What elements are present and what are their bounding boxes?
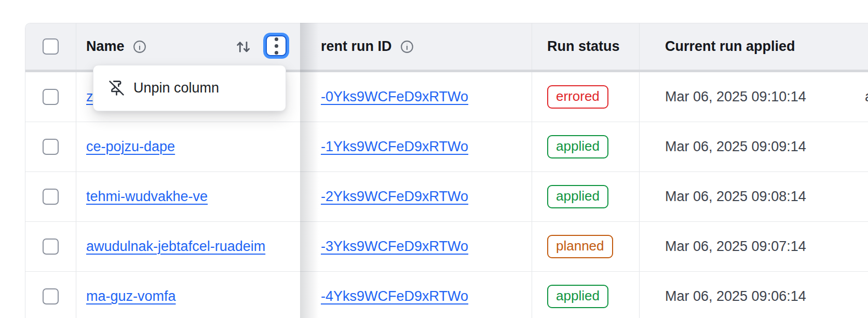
workspace-name-link[interactable]: ce-pojzu-dape — [86, 139, 175, 155]
header-select-all-cell — [25, 23, 76, 70]
status-badge: applied — [547, 135, 608, 158]
header-current-run-applied-cell: Current run applied — [639, 23, 868, 70]
column-options-menu: Unpin column — [93, 65, 286, 111]
unpin-column-menu-item[interactable]: Unpin column — [133, 80, 219, 96]
info-icon[interactable] — [132, 39, 147, 54]
select-all-checkbox[interactable] — [43, 38, 59, 55]
sort-column-button[interactable] — [234, 37, 253, 57]
table-row: ce-pojzu-dape -1Yks9WCFeD9xRTWo applied … — [25, 122, 868, 172]
applied-timestamp: Mar 06, 2025 09:07:14 — [665, 239, 806, 255]
run-status-column-label: Run status — [547, 38, 620, 55]
header-name-cell: Name — [76, 23, 301, 70]
table-row: tehmi-wudvakhe-ve -2Yks9WCFeD9xRTWo appl… — [25, 172, 868, 222]
table-header-row: Name — [25, 23, 868, 70]
workspace-name-link[interactable]: ma-guz-vomfa — [86, 288, 176, 304]
workspace-name-link[interactable]: z — [86, 89, 93, 105]
applied-timestamp: Mar 06, 2025 09:08:14 — [665, 189, 806, 205]
name-column-label: Name — [86, 38, 125, 55]
applied-timestamp: Mar 06, 2025 09:09:14 — [665, 139, 806, 155]
row-checkbox[interactable] — [43, 239, 59, 255]
workspace-name-link[interactable]: awudulnak-jebtafcel-ruadeim — [86, 239, 265, 255]
run-id-link[interactable]: -4Yks9WCFeD9xRTWo — [321, 288, 468, 304]
arrow-up-down-icon — [235, 38, 252, 55]
header-run-status-cell: Run status — [532, 23, 639, 70]
current-run-applied-column-label: Current run applied — [665, 38, 795, 55]
applied-timestamp: Mar 06, 2025 09:10:14 — [665, 89, 806, 105]
table-row: awudulnak-jebtafcel-ruadeim -3Yks9WCFeD9… — [25, 222, 868, 272]
column-options-button[interactable] — [266, 35, 287, 56]
kebab-vertical-icon — [275, 37, 278, 41]
status-badge: applied — [547, 285, 608, 308]
applied-timestamp-clipped-suffix: a — [865, 89, 868, 105]
workspace-name-link[interactable]: tehmi-wudvakhe-ve — [86, 189, 208, 205]
pin-slash-icon — [108, 80, 125, 96]
row-checkbox[interactable] — [43, 89, 59, 105]
status-badge: errored — [547, 85, 608, 109]
status-badge: planned — [547, 235, 613, 258]
run-id-link[interactable]: -0Yks9WCFeD9xRTWo — [321, 89, 468, 105]
row-checkbox[interactable] — [43, 288, 59, 304]
row-checkbox[interactable] — [43, 189, 59, 205]
row-checkbox[interactable] — [43, 139, 59, 155]
table-row: ma-guz-vomfa -4Yks9WCFeD9xRTWo applied M… — [25, 272, 868, 318]
run-id-link[interactable]: -2Yks9WCFeD9xRTWo — [321, 189, 468, 205]
applied-timestamp: Mar 06, 2025 09:06:14 — [665, 288, 806, 304]
status-badge: applied — [547, 185, 608, 208]
run-id-column-label: rent run ID — [321, 38, 392, 55]
header-run-id-cell: rent run ID — [301, 23, 532, 70]
run-id-link[interactable]: -3Yks9WCFeD9xRTWo — [321, 239, 468, 255]
info-icon[interactable] — [400, 39, 414, 54]
run-id-link[interactable]: -1Yks9WCFeD9xRTWo — [321, 139, 468, 155]
